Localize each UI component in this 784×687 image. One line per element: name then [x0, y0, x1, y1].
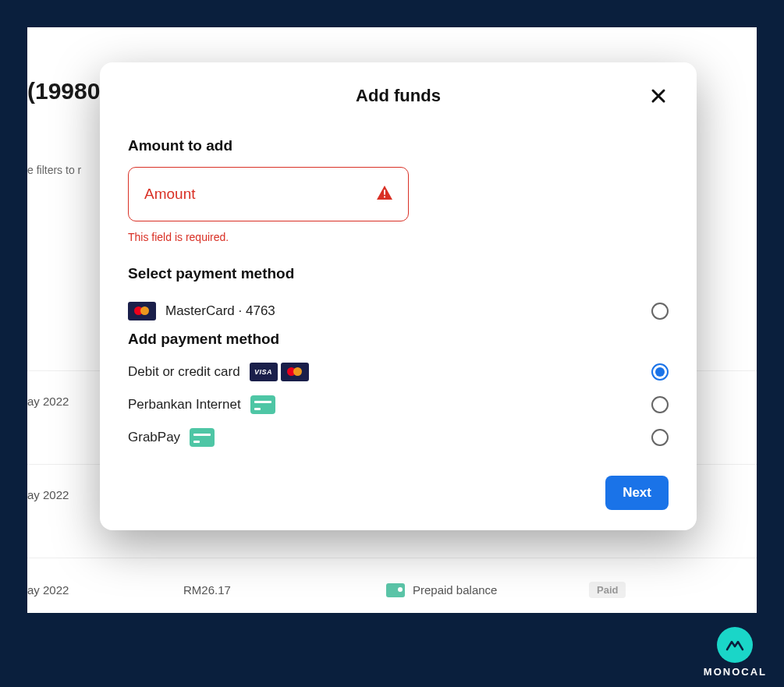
grabpay-card-icon: [190, 428, 215, 447]
brand-name: MONOCAL: [704, 666, 767, 678]
brand-logo-icon: [717, 627, 753, 663]
card-brand-badges: VISA: [250, 363, 309, 381]
svg-rect-0: [384, 189, 385, 194]
next-button[interactable]: Next: [605, 476, 669, 510]
radio-internet-banking[interactable]: [651, 396, 669, 413]
method-debit-credit-card[interactable]: Debit or credit card VISA: [128, 356, 669, 388]
radio-saved-mastercard[interactable]: [651, 303, 669, 320]
amount-error-text: This field is required.: [128, 231, 669, 243]
method-internet-banking[interactable]: Perbankan Internet: [128, 388, 669, 421]
add-funds-modal: Add funds Amount to add This field is re…: [100, 62, 697, 530]
modal-footer: Next: [128, 476, 669, 510]
svg-rect-1: [384, 197, 385, 198]
mastercard-icon: [128, 302, 156, 320]
saved-method-label: MasterCard · 4763: [165, 303, 275, 319]
add-method-heading: Add payment method: [128, 331, 669, 348]
modal-title: Add funds: [356, 86, 441, 106]
modal-backdrop: Add funds Amount to add This field is re…: [0, 0, 784, 687]
close-button[interactable]: [645, 83, 672, 109]
method-grabpay[interactable]: GrabPay: [128, 421, 669, 454]
mastercard-icon: [281, 363, 309, 381]
radio-debit-credit-card[interactable]: [651, 363, 669, 381]
radio-grabpay[interactable]: [651, 429, 669, 446]
select-method-heading: Select payment method: [128, 265, 669, 282]
amount-input[interactable]: [128, 167, 409, 221]
saved-method-mastercard[interactable]: MasterCard · 4763: [128, 295, 669, 328]
amount-input-wrap: [128, 167, 409, 221]
warning-icon: [376, 185, 393, 204]
method-card-label: Debit or credit card: [128, 364, 240, 380]
bank-card-icon: [250, 395, 275, 414]
method-internet-banking-label: Perbankan Internet: [128, 397, 241, 413]
amount-section-heading: Amount to add: [128, 137, 669, 154]
visa-icon: VISA: [250, 363, 278, 381]
brand-watermark: MONOCAL: [704, 627, 767, 678]
modal-header: Add funds: [128, 86, 669, 106]
close-icon: [651, 88, 666, 104]
method-grabpay-label: GrabPay: [128, 430, 180, 445]
